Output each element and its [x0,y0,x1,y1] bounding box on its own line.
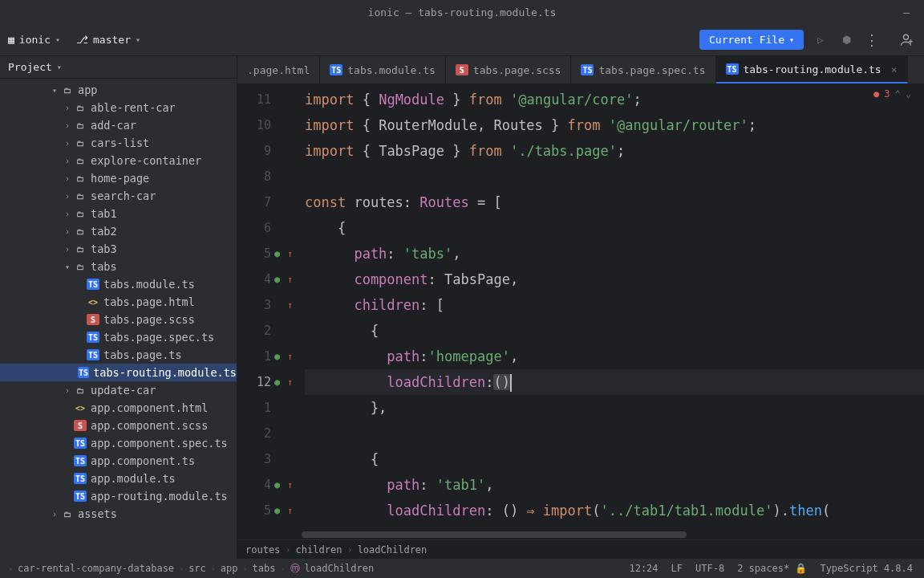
crumb-item[interactable]: tabs [253,563,276,574]
tree-node[interactable]: Sapp.component.scss [0,417,237,434]
tree-node[interactable]: ›🗀tab3 [0,240,237,258]
code-line[interactable]: path: 'tabs', [305,241,924,267]
file-label: assets [78,507,117,520]
tree-node[interactable]: <>tabs.page.html [0,293,237,311]
code-line[interactable]: import { TabsPage } from './tabs.page'; [305,138,924,164]
expand-arrow[interactable]: › [63,174,72,183]
editor-tab[interactable]: TStabs-routing.module.ts× [716,56,908,83]
crumb-item[interactable]: loadChildren [305,563,375,574]
editor-tab[interactable]: .page.html [237,56,320,83]
run-button[interactable]: ▷ [812,31,829,49]
editor-tab[interactable]: Stabs.page.scss [446,56,572,83]
tree-node[interactable]: ▾🗀app [0,81,237,99]
editor-tab[interactable]: TStabs.module.ts [320,56,446,83]
code-line[interactable]: const routes: Routes = [ [305,189,924,215]
language-version[interactable]: TypeScript 4.8.4 [820,563,913,574]
code-line[interactable]: children: [ [305,292,924,318]
expand-arrow[interactable]: › [63,227,72,236]
expand-arrow[interactable]: › [63,192,72,201]
minimize-icon[interactable]: — [903,6,910,18]
code-area[interactable]: ● 3 ⌃ ⌄ 111098765●↑4●↑3↑21●↑12●↑1234●↑5●… [237,83,924,531]
file-encoding[interactable]: UTF-8 [695,563,724,574]
editor-tab[interactable]: TStabs.page.spec.ts [571,56,715,83]
tree-node[interactable]: ›🗀cars-list [0,134,237,152]
code-line[interactable]: { [305,215,924,241]
crumb-item[interactable]: car-rental-company-database [18,563,174,574]
expand-arrow[interactable]: › [63,104,72,112]
crumb-item[interactable]: children [296,544,342,556]
tree-node[interactable]: ▾🗀tabs [0,258,237,275]
more-menu[interactable]: ⋮ [863,31,881,49]
expand-arrow[interactable]: ▾ [50,86,59,95]
code-line[interactable]: import { RouterModule, Routes } from '@a… [305,112,924,138]
expand-arrow[interactable]: › [50,510,59,519]
tree-node[interactable]: ›🗀assets [0,505,237,523]
gutter-line: 3↑ [237,292,305,318]
code-line[interactable] [305,421,924,446]
line-ending[interactable]: LF [671,563,683,574]
tree-node[interactable]: ›🗀add-car [0,116,237,134]
file-tree[interactable]: ▾🗀app›🗀able-rent-car›🗀add-car›🗀cars-list… [0,79,237,559]
tree-node[interactable]: Stabs.page.scss [0,311,237,328]
crumb-item[interactable]: src [188,563,206,574]
crumb-item[interactable]: routes [245,544,280,556]
expand-arrow[interactable]: › [63,157,72,165]
tree-node[interactable]: TStabs-routing.module.ts [0,364,237,381]
tree-node[interactable]: TSapp.module.ts [0,470,237,487]
indent-setting[interactable]: 2 spaces* 🔒 [737,563,807,574]
account-icon[interactable] [898,31,916,49]
status-breadcrumb[interactable]: › car-rental-company-database › src › ap… [0,562,382,576]
code-line[interactable]: import { NgModule } from '@angular/core'… [305,87,924,112]
folder-icon: 🗀 [74,120,87,131]
tree-node[interactable]: TStabs.page.spec.ts [0,328,237,346]
tree-node[interactable]: TSapp.component.ts [0,452,237,470]
expand-arrow[interactable]: › [63,386,72,395]
vcs-marker: ↑ [287,505,297,516]
crumb-item[interactable]: app [221,563,238,574]
expand-arrow[interactable]: › [63,139,72,148]
run-config-button[interactable]: Current File ▾ [699,30,804,50]
code-line[interactable]: path: 'tab1', [305,472,924,498]
expand-arrow[interactable]: ▾ [63,263,72,271]
code-line[interactable]: loadChildren:() [305,369,924,395]
tree-node[interactable]: ›🗀home-page [0,169,237,187]
tree-node[interactable]: TSapp.component.spec.ts [0,434,237,452]
code-line[interactable]: { [305,318,924,344]
tree-node[interactable]: ›🗀able-rent-car [0,99,237,116]
file-label: tabs.page.html [103,295,195,308]
file-label: search-car [91,189,156,202]
line-number: 6 [249,221,271,235]
tree-node[interactable]: TSapp-routing.module.ts [0,487,237,505]
cursor-position[interactable]: 12:24 [629,563,658,574]
editor-breadcrumb[interactable]: routes › children › loadChildren [237,539,924,559]
horizontal-scrollbar[interactable] [237,531,924,539]
expand-arrow[interactable]: › [63,210,72,218]
tree-node[interactable]: TStabs.module.ts [0,275,237,293]
code-line[interactable]: component: TabsPage, [305,267,924,292]
close-icon[interactable]: × [891,63,898,75]
file-label: add-car [91,119,136,132]
tree-node[interactable]: <>app.component.html [0,399,237,417]
branch-selector[interactable]: ⎇ master ▾ [76,34,140,46]
tree-node[interactable]: ›🗀search-car [0,187,237,205]
project-header[interactable]: Project ▾ [0,56,237,79]
tree-node[interactable]: ›🗀update-car [0,381,237,399]
folder-icon: 🗀 [74,173,87,184]
expand-arrow[interactable]: › [63,121,72,130]
tree-node[interactable]: TStabs.page.ts [0,346,237,364]
code-line[interactable]: loadChildren: () ⇒ import('../tab1/tab1.… [305,498,924,523]
expand-arrow[interactable]: › [63,245,72,254]
debug-button[interactable]: ⬢ [837,31,855,49]
code-line[interactable] [305,164,924,189]
tree-node[interactable]: ›🗀tab1 [0,205,237,222]
tree-node[interactable]: ›🗀explore-container [0,152,237,169]
code-text[interactable]: import { NgModule } from '@angular/core'… [305,83,924,531]
folder-icon: 🗀 [74,243,87,254]
crumb-item[interactable]: loadChildren [358,544,428,556]
tree-node[interactable]: ›🗀tab2 [0,222,237,240]
code-line[interactable]: { [305,446,924,472]
project-selector[interactable]: ▦ ionic ▾ [8,34,60,46]
file-label: app.component.spec.ts [91,437,228,450]
code-line[interactable]: }, [305,395,924,421]
code-line[interactable]: path:'homepage', [305,344,924,369]
